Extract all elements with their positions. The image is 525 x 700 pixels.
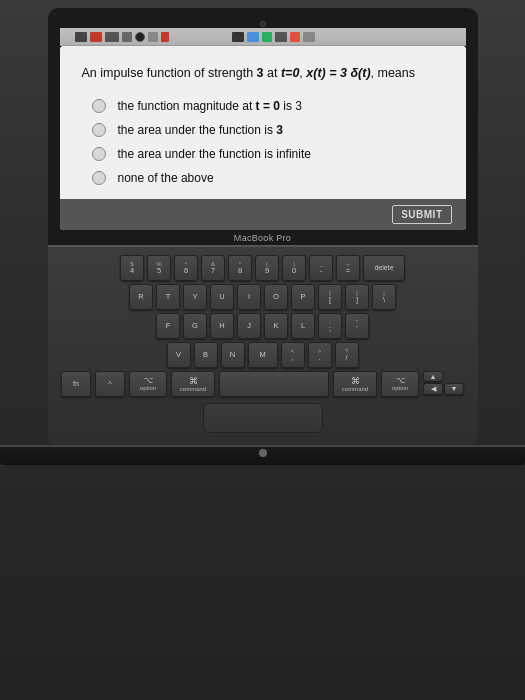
question-suffix: , means [371, 66, 415, 80]
trackpad-area [58, 403, 468, 433]
keyboard-row-top: R T Y U I O P {[ }] |\ [58, 284, 468, 310]
question-t-eq-0: t=0 [281, 66, 299, 80]
option-4-text: none of the above [118, 171, 214, 185]
camera-dot [260, 21, 266, 27]
key-semicolon[interactable]: :; [318, 313, 342, 339]
camera-notch [60, 20, 466, 28]
key-delete[interactable]: delete [363, 255, 405, 281]
key-paren-9[interactable]: (9 [255, 255, 279, 281]
menu-icon-2 [90, 32, 102, 42]
key-B[interactable]: B [194, 342, 218, 368]
menu-icon-circle [135, 32, 145, 42]
menu-icon-9 [262, 32, 272, 42]
radio-1[interactable] [92, 99, 106, 113]
key-slash[interactable]: ?/ [335, 342, 359, 368]
key-percent-5[interactable]: %5 [147, 255, 171, 281]
option-label: option [392, 385, 408, 391]
keyboard-row-numbers: $4 %5 ^6 &7 *8 (9 )0 _- [58, 255, 468, 281]
key-arrow-left[interactable]: ◀ [423, 383, 443, 395]
key-arrow-up[interactable]: ▲ [423, 371, 443, 382]
menu-icon-7 [232, 32, 244, 42]
key-N[interactable]: N [221, 342, 245, 368]
key-T[interactable]: T [156, 284, 180, 310]
key-equals[interactable]: += [336, 255, 360, 281]
quiz-question: An impulse function of strength 3 at t=0… [82, 64, 444, 83]
key-option-right[interactable]: ⌥ option [381, 371, 419, 397]
key-O[interactable]: O [264, 284, 288, 310]
key-dollar-4[interactable]: $4 [120, 255, 144, 281]
question-xt-eq: x(t) = 3 δ(t) [306, 66, 370, 80]
option-2-text: the area under the function is 3 [118, 123, 283, 137]
key-minus[interactable]: _- [309, 255, 333, 281]
key-control[interactable]: ^ [95, 371, 125, 397]
screen-bezel: An impulse function of strength 3 at t=0… [48, 8, 478, 245]
question-strength: 3 [257, 66, 264, 80]
keyboard-area: $4 %5 ^6 &7 *8 (9 )0 _- [48, 245, 478, 445]
question-at-text: at [264, 66, 281, 80]
key-option[interactable]: ⌥ option [129, 371, 167, 397]
key-arrow-down[interactable]: ▼ [444, 383, 464, 395]
key-amp-7[interactable]: &7 [201, 255, 225, 281]
key-J[interactable]: J [237, 313, 261, 339]
key-L[interactable]: L [291, 313, 315, 339]
option-1-text: the function magnitude at t = 0 is 3 [118, 99, 302, 113]
key-V[interactable]: V [167, 342, 191, 368]
keyboard-row-home: F G H J K L :; "' [58, 313, 468, 339]
key-command-right[interactable]: ⌘ command [333, 371, 377, 397]
key-comma[interactable]: <, [281, 342, 305, 368]
menu-icon-11 [290, 32, 300, 42]
power-indicator [259, 449, 267, 457]
key-paren-0[interactable]: )0 [282, 255, 306, 281]
key-backslash[interactable]: |\ [372, 284, 396, 310]
menu-icon-12 [303, 32, 315, 42]
laptop-outer: An impulse function of strength 3 at t=0… [0, 0, 525, 700]
macbook-label: MacBook Pro [60, 230, 466, 245]
key-period[interactable]: >. [308, 342, 332, 368]
key-caret-6[interactable]: ^6 [174, 255, 198, 281]
option-item-2[interactable]: the area under the function is 3 [92, 123, 444, 137]
screen-content: An impulse function of strength 3 at t=0… [60, 46, 466, 230]
key-command-left[interactable]: ⌘ command [171, 371, 215, 397]
menu-icon-6 [161, 32, 169, 42]
key-quote[interactable]: "' [345, 313, 369, 339]
option-item-4[interactable]: none of the above [92, 171, 444, 185]
key-star-8[interactable]: *8 [228, 255, 252, 281]
menubar-icons [75, 32, 315, 42]
key-Y[interactable]: Y [183, 284, 207, 310]
menu-icon-3 [105, 32, 119, 42]
option-item-3[interactable]: the area under the function is infinite [92, 147, 444, 161]
laptop-bottom [0, 445, 525, 465]
submit-button[interactable]: SUBMIT [392, 205, 451, 224]
key-K[interactable]: K [264, 313, 288, 339]
submit-bar: SUBMIT [60, 199, 466, 230]
key-G[interactable]: G [183, 313, 207, 339]
option-item-1[interactable]: the function magnitude at t = 0 is 3 [92, 99, 444, 113]
menu-icon-10 [275, 32, 287, 42]
key-P[interactable]: P [291, 284, 315, 310]
key-R[interactable]: R [129, 284, 153, 310]
keyboard-row-bottom: V B N M <, >. ?/ [58, 342, 468, 368]
mac-menubar [60, 28, 466, 46]
radio-4[interactable] [92, 171, 106, 185]
key-H[interactable]: H [210, 313, 234, 339]
key-bracket-close[interactable]: }] [345, 284, 369, 310]
quiz-area: An impulse function of strength 3 at t=0… [60, 46, 466, 199]
trackpad[interactable] [203, 403, 323, 433]
question-prefix: An impulse function of strength [82, 66, 257, 80]
key-M[interactable]: M [248, 342, 278, 368]
radio-3[interactable] [92, 147, 106, 161]
key-I[interactable]: I [237, 284, 261, 310]
keyboard-row-space: fn ^ ⌥ option ⌘ command ⌘ command ⌥ opti… [58, 371, 468, 397]
key-fn[interactable]: fn [61, 371, 91, 397]
menu-icon-5 [148, 32, 158, 42]
key-bracket-open[interactable]: {[ [318, 284, 342, 310]
menu-icon-4 [122, 32, 132, 42]
options-list: the function magnitude at t = 0 is 3 the… [92, 99, 444, 185]
menu-icon-1 [75, 32, 87, 42]
option-3-text: the area under the function is infinite [118, 147, 311, 161]
radio-2[interactable] [92, 123, 106, 137]
key-spacebar[interactable] [219, 371, 329, 397]
key-U[interactable]: U [210, 284, 234, 310]
menu-icon-8 [247, 32, 259, 42]
key-F[interactable]: F [156, 313, 180, 339]
